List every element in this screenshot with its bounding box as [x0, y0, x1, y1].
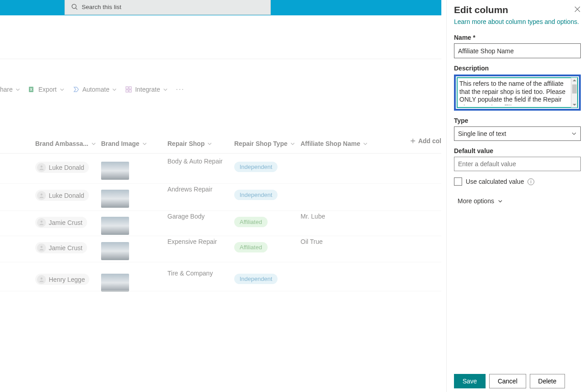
column-header-affiliate-shop[interactable]: Affiliate Shop Name [301, 140, 368, 147]
chevron-down-icon [571, 131, 577, 136]
chevron-down-icon [163, 87, 168, 92]
person-pill[interactable]: Jamie Crust [35, 217, 87, 228]
ambassador-name: Jamie Crust [49, 244, 83, 252]
person-pill[interactable]: Luke Donald [35, 162, 89, 173]
table-row[interactable]: Jamie CrustExpensive RepairAffiliatedOil… [35, 237, 441, 264]
divider [0, 59, 441, 59]
scroll-thumb[interactable] [572, 84, 577, 93]
chevron-down-icon [91, 141, 96, 146]
car-thumbnail[interactable] [101, 242, 129, 260]
repair-shop-cell: Body & Auto Repair [167, 158, 222, 165]
ambassador-name: Luke Donald [49, 164, 84, 171]
car-thumbnail[interactable] [101, 190, 129, 208]
plus-icon [410, 138, 416, 144]
column-header-brand-ambassador[interactable]: Brand Ambassa... [35, 140, 96, 147]
learn-more-link[interactable]: Learn more about column types and option… [454, 18, 579, 25]
type-cell: Independent [234, 190, 278, 200]
person-pill[interactable]: Jamie Crust [35, 242, 87, 253]
type-cell: Independent [234, 162, 278, 172]
ambassador-cell: Henry Legge [35, 274, 89, 285]
column-header-repair-shop[interactable]: Repair Shop [167, 140, 212, 147]
automate-button[interactable]: Automate [73, 86, 117, 93]
chevron-down-icon [363, 141, 368, 146]
image-cell [101, 242, 129, 260]
add-column-button[interactable]: Add col [410, 137, 441, 145]
info-icon[interactable]: i [528, 178, 534, 185]
ambassador-name: Henry Legge [49, 276, 85, 283]
image-cell [101, 274, 129, 292]
avatar-icon [37, 243, 46, 252]
chevron-down-icon [498, 199, 503, 204]
ambassador-cell: Jamie Crust [35, 242, 87, 253]
svg-point-7 [41, 165, 43, 168]
default-value-input[interactable] [454, 157, 581, 171]
integrate-button[interactable]: Integrate [125, 86, 167, 93]
divider [0, 153, 441, 154]
svg-point-8 [41, 193, 43, 196]
car-thumbnail[interactable] [101, 274, 129, 292]
divider [0, 291, 441, 291]
chevron-down-icon [290, 141, 295, 146]
scrollbar[interactable] [571, 78, 577, 107]
person-pill[interactable]: Luke Donald [35, 190, 89, 201]
svg-line-1 [76, 8, 78, 10]
chevron-down-icon [112, 87, 117, 92]
table-row[interactable]: Henry LeggeTire & CompanyIndependent [35, 268, 441, 295]
person-pill[interactable]: Henry Legge [35, 274, 89, 285]
more-options-toggle[interactable]: More options [458, 197, 503, 205]
edit-column-panel: Edit column Learn more about column type… [446, 0, 588, 392]
avatar-icon [37, 191, 46, 200]
automate-label: Automate [83, 86, 110, 93]
column-header-label: Repair Shop [167, 140, 204, 147]
more-options-label: More options [458, 197, 494, 205]
flow-icon [73, 86, 80, 93]
name-input[interactable] [454, 43, 581, 58]
type-cell: Affiliated [234, 242, 268, 252]
type-badge: Independent [234, 190, 278, 200]
divider [0, 262, 441, 262]
share-label: hare [0, 86, 13, 93]
close-button[interactable] [574, 6, 581, 14]
close-icon [574, 6, 581, 13]
chevron-down-icon [142, 141, 147, 146]
table-row[interactable]: Luke DonaldAndrews RepairIndependent [35, 184, 441, 211]
svg-point-0 [72, 4, 76, 8]
scroll-down-icon [572, 103, 577, 107]
share-button[interactable]: hare [0, 86, 20, 93]
integrate-label: Integrate [135, 86, 160, 93]
table-row[interactable]: Jamie CrustGarage BodyAffiliatedMr. Lube [35, 211, 441, 238]
save-button[interactable]: Save [454, 374, 486, 388]
type-label: Type [454, 117, 581, 124]
image-cell [101, 162, 129, 180]
search-input-wrap[interactable] [65, 0, 271, 15]
ambassador-name: Jamie Crust [49, 219, 83, 226]
svg-rect-6 [129, 90, 131, 92]
table-row[interactable]: Luke DonaldBody & Auto RepairIndependent [35, 156, 441, 183]
delete-button[interactable]: Delete [530, 374, 565, 388]
svg-rect-3 [126, 87, 128, 89]
car-thumbnail[interactable] [101, 217, 129, 235]
divider [0, 210, 441, 211]
column-header-repair-shop-type[interactable]: Repair Shop Type [234, 140, 295, 147]
type-badge: Affiliated [234, 217, 268, 227]
description-textarea[interactable] [458, 78, 571, 105]
list-main-area: hare Export Automate Integrate ··· Brand… [0, 15, 441, 392]
repair-shop-cell: Tire & Company [167, 270, 213, 277]
export-button[interactable]: Export [28, 86, 64, 93]
car-thumbnail[interactable] [101, 162, 129, 180]
ambassador-cell: Luke Donald [35, 190, 89, 201]
cancel-button[interactable]: Cancel [489, 374, 526, 388]
column-header-label: Repair Shop Type [234, 140, 287, 147]
column-header-brand-image[interactable]: Brand Image [101, 140, 147, 147]
use-calculated-checkbox[interactable] [454, 177, 462, 186]
search-input[interactable] [82, 4, 253, 10]
use-calculated-label: Use calculated value [466, 178, 524, 185]
divider [0, 236, 441, 236]
image-cell [101, 190, 129, 208]
more-commands-button[interactable]: ··· [176, 85, 185, 93]
svg-rect-5 [126, 90, 128, 92]
type-value: Single line of text [458, 130, 506, 137]
type-select[interactable]: Single line of text [454, 126, 581, 141]
type-badge: Independent [234, 274, 278, 284]
type-cell: Independent [234, 274, 278, 284]
